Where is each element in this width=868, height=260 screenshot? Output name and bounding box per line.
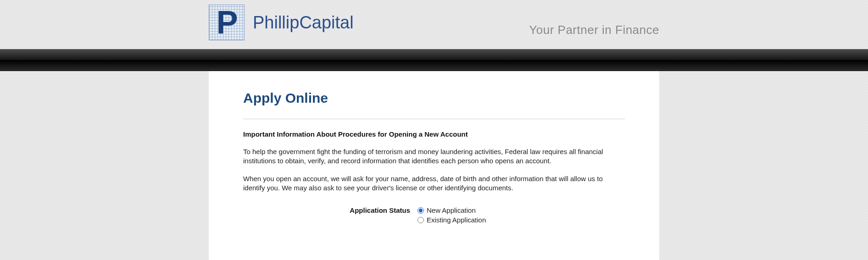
application-status-label: Application Status: [243, 206, 417, 224]
notice-heading: Important Information About Procedures f…: [243, 130, 625, 138]
brand-logo: P PhillipCapital: [209, 5, 354, 40]
logo-letter: P: [217, 6, 237, 39]
radio-new-application[interactable]: [417, 207, 424, 214]
brand-name: PhillipCapital: [253, 13, 354, 33]
radio-existing-label: Existing Application: [427, 216, 486, 224]
title-divider: [243, 119, 625, 119]
header-inner: P PhillipCapital Your Partner in Finance: [209, 0, 659, 49]
tagline-text: Your Partner in Finance: [529, 23, 659, 37]
page-title: Apply Online: [243, 90, 625, 106]
notice-paragraph-1: To help the government fight the funding…: [243, 147, 625, 166]
logo-mark-icon: P: [209, 5, 245, 40]
radio-existing-application[interactable]: [417, 217, 424, 223]
header: P PhillipCapital Your Partner in Finance: [0, 0, 868, 49]
radio-option-existing[interactable]: Existing Application: [417, 216, 486, 224]
radio-option-new[interactable]: New Application: [417, 206, 486, 214]
application-status-options: New Application Existing Application: [417, 206, 486, 224]
main-content-card: Apply Online Important Information About…: [209, 71, 659, 260]
notice-paragraph-2: When you open an account, we will ask fo…: [243, 174, 625, 193]
page-wrap: P PhillipCapital Your Partner in Finance…: [0, 0, 868, 260]
top-navbar: [0, 49, 868, 71]
application-status-row: Application Status New Application Exist…: [243, 206, 625, 224]
radio-new-label: New Application: [427, 206, 476, 214]
